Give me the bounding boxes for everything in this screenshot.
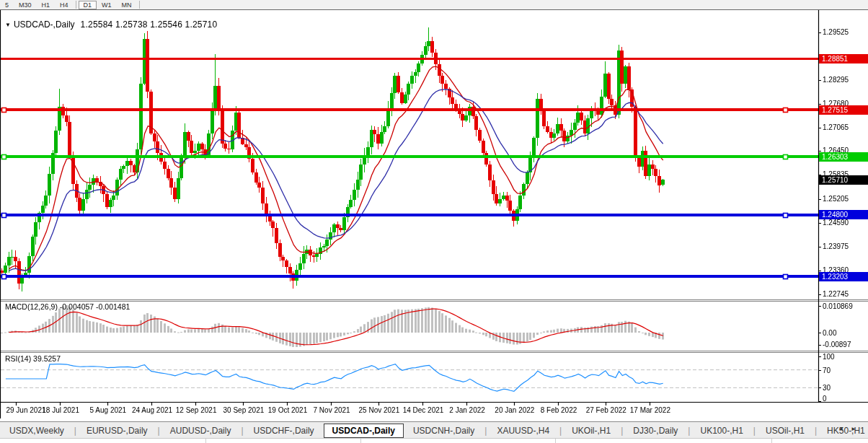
timeframe-toolbar: 5M30H1H4D1W1MN xyxy=(0,0,868,10)
tab-audusd-daily[interactable]: AUDUSD-,Daily xyxy=(161,424,241,437)
price-axis-tick-label: 1.28295 xyxy=(823,76,849,84)
price-level-badge: 1.24800 xyxy=(819,210,868,219)
date-axis-label: 27 Feb 2022 xyxy=(581,406,632,414)
tab-eurusd-daily[interactable]: EURUSD-,Daily xyxy=(77,424,157,437)
tab-separator: | xyxy=(74,426,76,436)
tab-xauusd-h4[interactable]: XAUUSD-,H4 xyxy=(487,424,559,437)
status-bar-divider xyxy=(771,439,772,443)
date-axis-label: 19 Oct 2021 xyxy=(262,406,313,414)
macd-axis-tick-label: 0.00 xyxy=(823,329,836,337)
date-axis-label: 30 Sep 2021 xyxy=(218,406,269,414)
date-axis-label: 17 Mar 2022 xyxy=(625,406,676,414)
chart-title: ▼USDCAD-,Daily1.25584 1.25738 1.25546 1.… xyxy=(5,19,217,30)
tab-scroll-right-icon[interactable]: ► xyxy=(851,426,864,432)
status-bar-divider xyxy=(205,439,206,443)
timeframe-button-h4[interactable]: H4 xyxy=(55,1,74,9)
price-axis-tick-label: 1.29525 xyxy=(823,28,849,36)
price-axis-tick-label: 1.27065 xyxy=(823,123,849,131)
rsi-axis-tick-label: 0 xyxy=(823,395,827,403)
tab-usoil-h1[interactable]: USOil-,H1 xyxy=(756,424,814,437)
tab-separator: | xyxy=(815,426,817,436)
tab-dj30-daily[interactable]: DJ30-,Daily xyxy=(624,424,687,437)
tab-ukoil-h1[interactable]: UKOil-,H1 xyxy=(562,424,620,437)
timeframe-button-h1[interactable]: H1 xyxy=(37,1,56,9)
macd-axis-tick-label: 0.010869 xyxy=(823,302,853,310)
chart-symbol: USDCAD-,Daily xyxy=(14,19,75,30)
chart-ohlc-values: 1.25584 1.25738 1.25546 1.25710 xyxy=(81,19,218,30)
price-level-badge: 1.26303 xyxy=(819,152,868,162)
date-axis-label: 18 Jul 2021 xyxy=(35,406,86,414)
timeframe-button-w1[interactable]: W1 xyxy=(97,1,117,9)
tab-scroll-left-icon[interactable]: ◄ xyxy=(838,426,851,432)
macd-indicator-label: MACD(12,26,9) -0.004057 -0.001481 xyxy=(5,302,130,311)
date-axis-label: 12 Sep 2021 xyxy=(171,406,221,414)
tab-separator: | xyxy=(621,426,623,436)
price-chart-canvas[interactable] xyxy=(0,0,868,443)
date-axis-label: 25 Nov 2021 xyxy=(354,406,404,414)
tab-usdx-weekly[interactable]: USDX,Weekly xyxy=(0,424,74,437)
terminal-window: 5M30H1H4D1W1MN ▼USDCAD-,Daily1.25584 1.2… xyxy=(0,0,868,443)
tab-separator: | xyxy=(241,426,243,436)
status-bar-divider xyxy=(360,439,361,443)
price-level-badge: 1.28851 xyxy=(819,54,868,63)
tab-separator: | xyxy=(158,426,160,436)
timeframe-button-m30[interactable]: M30 xyxy=(14,1,37,9)
current-price-badge: 1.25710 xyxy=(819,175,868,185)
toolbar-separator xyxy=(76,1,76,9)
date-axis-label: 2 Jan 2022 xyxy=(442,406,492,414)
price-axis-tick-label: 1.24590 xyxy=(823,219,849,227)
rsi-axis-tick-label: 100 xyxy=(823,353,835,361)
tab-usdchf-daily[interactable]: USDCHF-,Daily xyxy=(244,424,324,437)
date-axis-label: 5 Aug 2021 xyxy=(83,406,133,414)
macd-axis-tick-label: -0.00897 xyxy=(823,341,851,348)
symbol-tab-bar: USDX,Weekly|EURUSD-,Daily|AUDUSD-,Daily|… xyxy=(0,421,868,439)
price-axis-tick-label: 1.23975 xyxy=(823,242,849,250)
rsi-indicator-label: RSI(14) 39.5257 xyxy=(5,354,61,363)
tab-separator: | xyxy=(484,426,487,436)
timeframe-button-d1[interactable]: D1 xyxy=(79,1,97,9)
tab-usdcnh-daily[interactable]: USDCNH-,Daily xyxy=(404,424,484,437)
price-level-badge: 1.27515 xyxy=(819,105,868,115)
date-axis-label: 24 Aug 2021 xyxy=(127,406,177,414)
symbol-dropdown-icon[interactable]: ▼ xyxy=(5,22,11,28)
price-axis-tick-label: 1.22745 xyxy=(823,290,849,298)
tab-usdcad-daily[interactable]: USDCAD-,Daily xyxy=(324,424,404,438)
tab-separator: | xyxy=(688,426,690,436)
tab-uk100-h1[interactable]: UK100-,H1 xyxy=(691,424,752,437)
toolbar-separator xyxy=(139,1,140,9)
status-bar xyxy=(0,438,868,443)
timeframe-button-5[interactable]: 5 xyxy=(0,1,14,9)
status-bar-divider xyxy=(555,439,556,443)
rsi-axis-tick-label: 30 xyxy=(823,384,831,392)
timeframe-button-mn[interactable]: MN xyxy=(117,1,137,9)
tab-separator: | xyxy=(559,426,562,436)
date-axis-label: 20 Jan 2022 xyxy=(490,406,540,414)
tab-scroll-arrows: ◄► xyxy=(838,426,864,432)
rsi-axis-tick-label: 70 xyxy=(823,367,831,374)
price-level-badge: 1.23203 xyxy=(819,272,868,281)
date-axis-label: 14 Dec 2021 xyxy=(398,406,448,414)
price-axis-tick-label: 1.25205 xyxy=(823,195,849,203)
date-axis-label: 7 Nov 2021 xyxy=(306,406,357,414)
date-axis-label: 8 Feb 2022 xyxy=(533,406,584,414)
tab-separator: | xyxy=(753,426,756,436)
